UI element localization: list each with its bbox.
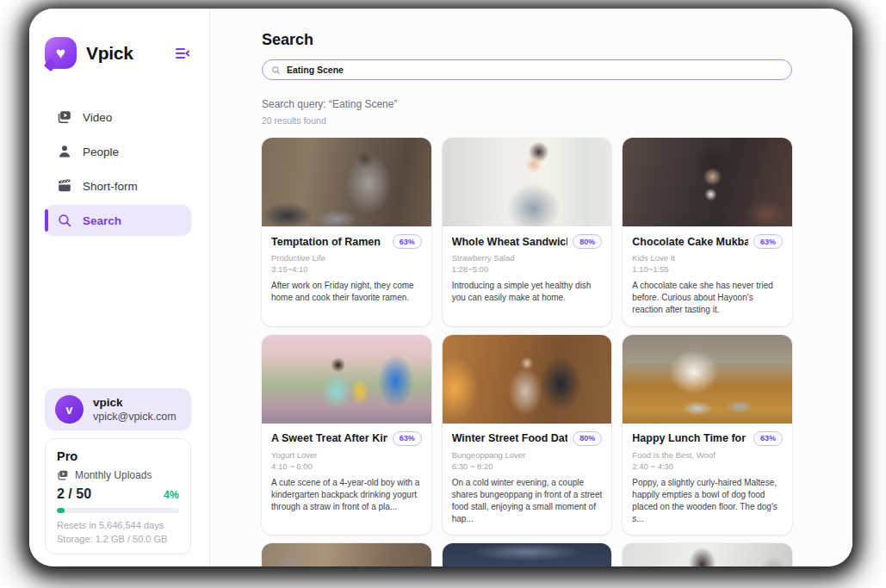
logo-row: ♥ Vpick <box>45 37 191 69</box>
uploads-percent: 4% <box>164 489 179 501</box>
uploads-progress-fill <box>57 508 65 513</box>
result-card[interactable]: Whole Wheat Sandwich Recipe 80% Strawber… <box>443 138 612 326</box>
result-card[interactable]: Chocolate Cake Mukbang 63% Kids Love It … <box>623 138 792 326</box>
sidebar-item-label: Video <box>83 111 112 124</box>
card-channel: Bungeoppang Lover <box>452 450 603 460</box>
match-score-badge: 80% <box>573 431 602 446</box>
match-score-badge: 63% <box>393 431 422 446</box>
sidebar-item-shortform[interactable]: Short-form <box>45 170 191 201</box>
results-grid: Temptation of Ramen 63% Productive Life … <box>262 138 792 566</box>
card-title: Temptation of Ramen <box>271 236 381 248</box>
upload-video-icon <box>57 469 69 481</box>
video-thumbnail <box>262 138 431 226</box>
uploads-count: 2 / 50 <box>57 486 91 502</box>
app-window: ♥ Vpick Video People <box>29 9 852 566</box>
card-channel: Strawberry Salad <box>452 253 603 263</box>
card-description: Poppy, a slightly curly-haired Maltese, … <box>632 477 783 526</box>
people-icon <box>57 144 72 159</box>
plan-card: Pro Monthly Uploads 2 / 50 4% Resets in … <box>45 438 191 554</box>
app-name: Vpick <box>86 43 133 64</box>
video-thumbnail <box>623 335 792 424</box>
search-query-line: Search query: “Eating Scene” <box>262 98 792 110</box>
card-info: Winter Street Food Date 80% Bungeoppang … <box>443 424 612 535</box>
main-content: Search Search query: “Eating Scene” 20 r… <box>210 9 852 566</box>
match-score-badge: 63% <box>393 234 422 249</box>
card-info: Temptation of Ramen 63% Productive Life … <box>262 226 431 313</box>
card-time-range: 1:28~5:00 <box>452 264 603 274</box>
card-time-range: 1:10~1:55 <box>632 264 783 274</box>
video-thumbnail <box>443 335 612 424</box>
uploads-progress-track <box>57 508 179 513</box>
card-title: Happy Lunch Time for Poppy <box>632 432 748 444</box>
sidebar-item-video[interactable]: Video <box>45 102 191 133</box>
match-score-badge: 63% <box>753 431 783 446</box>
result-card[interactable]: Traditional Korean Home Cooking 63% <box>262 543 431 566</box>
shortform-icon <box>57 178 72 194</box>
avatar: v <box>55 395 84 424</box>
result-card[interactable]: Winter Street Food Date 80% Bungeoppang … <box>443 335 612 535</box>
search-input[interactable] <box>287 65 783 75</box>
video-icon <box>57 109 72 125</box>
plan-name: Pro <box>57 449 179 463</box>
heart-icon: ♥ <box>56 45 65 61</box>
card-time-range: 2:40 ~ 4:30 <box>632 461 783 471</box>
card-title: Whole Wheat Sandwich Recipe <box>452 236 568 248</box>
search-icon <box>57 213 72 228</box>
monthly-uploads-row: Monthly Uploads <box>57 469 179 481</box>
video-thumbnail <box>443 138 612 226</box>
sidebar-item-label: Search <box>83 214 121 227</box>
card-title: A Sweet Treat After Kindergarten <box>271 432 387 444</box>
card-channel: Food Is the Best, Woof <box>632 450 783 460</box>
card-description: After work on Friday night, they come ho… <box>271 280 422 304</box>
card-channel: Productive Life <box>271 253 422 263</box>
card-info: Happy Lunch Time for Poppy 63% Food Is t… <box>623 424 792 535</box>
profile-text: vpick vpick@vpick.com <box>93 396 177 423</box>
card-time-range: 4:10 ~ 6:00 <box>271 461 422 471</box>
card-time-range: 3:15~4:10 <box>271 264 422 274</box>
card-info: A Sweet Treat After Kindergarten 63% Yog… <box>262 424 431 523</box>
profile-name: vpick <box>93 396 177 409</box>
card-info: Whole Wheat Sandwich Recipe 80% Strawber… <box>443 226 612 313</box>
result-card[interactable]: Campfire BBQ Party 63% <box>443 543 612 566</box>
sidebar-item-label: Short-form <box>83 180 138 193</box>
card-title: Chocolate Cake Mukbang <box>632 236 748 248</box>
plan-resets: Resets in 5,646,544 days <box>57 520 179 530</box>
plan-storage: Storage: 1.2 GB / 50.0 GB <box>57 534 179 544</box>
search-box[interactable] <box>262 59 792 80</box>
card-time-range: 6:30 ~ 8:20 <box>452 461 603 471</box>
sidebar-item-search[interactable]: Search <box>45 205 191 236</box>
card-title: Winter Street Food Date <box>452 432 568 444</box>
card-channel: Yogurt Lover <box>271 450 422 460</box>
card-description: A cute scene of a 4-year-old boy with a … <box>271 477 422 514</box>
page-title: Search <box>262 31 792 49</box>
sidebar-item-label: People <box>83 145 119 158</box>
vpick-logo-icon: ♥ <box>45 37 77 69</box>
uploads-count-row: 2 / 50 4% <box>57 486 179 502</box>
video-thumbnail <box>262 335 431 424</box>
search-icon <box>271 65 281 75</box>
card-description: Introducing a simple yet healthy dish yo… <box>452 280 603 304</box>
profile-email: vpick@vpick.com <box>93 411 177 423</box>
result-card[interactable]: Making Tteokbokki Sauce 63% <box>623 543 792 566</box>
user-profile-card[interactable]: v vpick vpick@vpick.com <box>45 388 191 430</box>
sidebar: ♥ Vpick Video People <box>29 9 210 566</box>
results-count: 20 results found <box>262 115 792 126</box>
video-thumbnail <box>443 543 612 566</box>
card-channel: Kids Love It <box>632 253 783 263</box>
card-description: On a cold winter evening, a couple share… <box>452 477 603 526</box>
result-card[interactable]: Happy Lunch Time for Poppy 63% Food Is t… <box>623 335 792 535</box>
video-thumbnail <box>262 543 431 566</box>
sidebar-nav: Video People Short-form Search <box>45 102 191 236</box>
collapse-sidebar-icon[interactable] <box>174 45 191 62</box>
video-thumbnail <box>623 543 792 566</box>
sidebar-item-people[interactable]: People <box>45 136 191 167</box>
result-card[interactable]: Temptation of Ramen 63% Productive Life … <box>262 138 431 326</box>
video-thumbnail <box>623 138 792 226</box>
match-score-badge: 63% <box>753 234 783 249</box>
result-card[interactable]: A Sweet Treat After Kindergarten 63% Yog… <box>262 335 431 535</box>
monthly-uploads-label: Monthly Uploads <box>75 469 152 481</box>
card-description: A chocolate cake she has never tried bef… <box>632 280 783 317</box>
match-score-badge: 80% <box>573 234 602 249</box>
card-info: Chocolate Cake Mukbang 63% Kids Love It … <box>623 226 792 326</box>
